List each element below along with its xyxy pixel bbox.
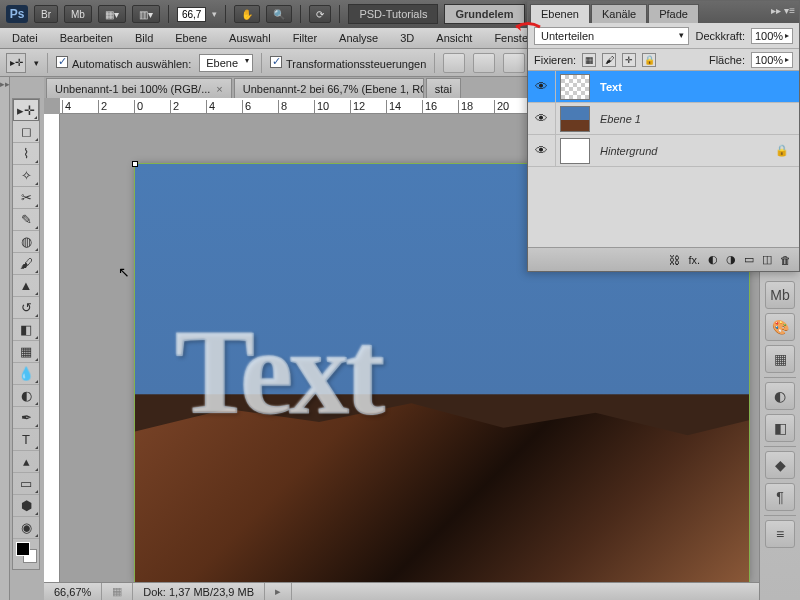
lock-position-icon[interactable]: ✛	[622, 53, 636, 67]
layer-group-icon[interactable]: ▭	[744, 253, 754, 266]
stamp-tool[interactable]: ▲	[13, 275, 39, 297]
3d-tool[interactable]: ⬢	[13, 495, 39, 517]
menu-bearbeiten[interactable]: Bearbeiten	[56, 30, 117, 46]
tab-kanaele[interactable]: Kanäle	[591, 4, 647, 23]
minibridge-icon[interactable]: Mb	[765, 281, 795, 309]
tab-pfade[interactable]: Pfade	[648, 4, 699, 23]
arrange-button[interactable]: ▥▾	[132, 5, 160, 23]
pen-tool[interactable]: ✒	[13, 407, 39, 429]
shape-tool[interactable]: ▭	[13, 473, 39, 495]
path-select-tool[interactable]: ▴	[13, 451, 39, 473]
zoom-dropdown-icon[interactable]: ▾	[212, 9, 217, 19]
menu-filter[interactable]: Filter	[289, 30, 321, 46]
delete-layer-icon[interactable]: 🗑	[780, 254, 791, 266]
move-tool-preset[interactable]: ▸✛	[6, 53, 26, 73]
layer-row-text[interactable]: 👁 Text	[528, 71, 799, 103]
new-layer-icon[interactable]: ◫	[762, 253, 772, 266]
zoom-level[interactable]: 66,7	[177, 7, 206, 22]
history-brush-tool[interactable]: ↺	[13, 297, 39, 319]
dropdown-icon[interactable]: ▾	[34, 58, 39, 68]
collapse-arrow-icon[interactable]: ▸▸	[0, 77, 9, 89]
zoom-button[interactable]: 🔍	[266, 5, 292, 23]
document-tab-1[interactable]: Unbenannt-1 bei 100% (RGB/...×	[46, 78, 232, 98]
align-bottom-button[interactable]	[503, 53, 525, 73]
layer-name[interactable]: Ebene 1	[594, 113, 641, 125]
gradient-tool[interactable]: ▦	[13, 341, 39, 363]
blur-tool[interactable]: 💧	[13, 363, 39, 385]
align-middle-button[interactable]	[473, 53, 495, 73]
panel-tabs: Ebenen Kanäle Pfade	[528, 1, 799, 23]
screenmode-button[interactable]: ▦▾	[98, 5, 126, 23]
menu-auswahl[interactable]: Auswahl	[225, 30, 275, 46]
status-doc-size[interactable]: Dok: 1,37 MB/23,9 MB	[133, 583, 265, 600]
bridge-button[interactable]: Br	[34, 5, 58, 23]
layer-thumbnail[interactable]	[560, 138, 590, 164]
layer-name[interactable]: Hintergrund	[594, 145, 657, 157]
align-top-button[interactable]	[443, 53, 465, 73]
vertical-ruler[interactable]	[44, 114, 60, 582]
marquee-tool[interactable]: ◻	[13, 121, 39, 143]
heal-tool[interactable]: ◍	[13, 231, 39, 253]
layer-thumbnail[interactable]	[560, 106, 590, 132]
swatches-icon[interactable]: ▦	[765, 345, 795, 373]
status-menu-icon[interactable]: ▸	[265, 583, 292, 600]
status-zoom[interactable]: 66,67%	[44, 583, 102, 600]
move-tool[interactable]: ▸✛	[13, 99, 39, 121]
masks-icon[interactable]: ◧	[765, 414, 795, 442]
opacity-input[interactable]: 100%▸	[751, 28, 793, 44]
blend-mode-dropdown[interactable]: Unterteilen	[534, 27, 689, 45]
crop-tool[interactable]: ✂	[13, 187, 39, 209]
menu-ebene[interactable]: Ebene	[171, 30, 211, 46]
type-tool[interactable]: T	[13, 429, 39, 451]
character-icon[interactable]: ¶	[765, 483, 795, 511]
workspace-tab-basics[interactable]: Grundelem	[444, 4, 524, 24]
wand-tool[interactable]: ✧	[13, 165, 39, 187]
workspace-tab-tutorials[interactable]: PSD-Tutorials	[348, 4, 438, 24]
status-nav-icon[interactable]: ▦	[102, 583, 133, 600]
layer-thumbnail[interactable]	[560, 74, 590, 100]
menu-bild[interactable]: Bild	[131, 30, 157, 46]
annotation-arrow-icon	[514, 18, 542, 36]
layer-fx-icon[interactable]: fx.	[688, 254, 700, 266]
adjustments-icon[interactable]: ◐	[765, 382, 795, 410]
menu-analyse[interactable]: Analyse	[335, 30, 382, 46]
minibridge-button[interactable]: Mb	[64, 5, 92, 23]
auto-select-checkbox[interactable]: Automatisch auswählen:	[56, 56, 191, 70]
adjustment-layer-icon[interactable]: ◑	[726, 253, 736, 266]
dodge-tool[interactable]: ◐	[13, 385, 39, 407]
layer-mask-icon[interactable]: ◐	[708, 253, 718, 266]
document-tab-3[interactable]: stai	[426, 78, 461, 98]
color-icon[interactable]: 🎨	[765, 313, 795, 341]
lock-all-icon[interactable]: 🔒	[642, 53, 656, 67]
fill-input[interactable]: 100%▸	[751, 52, 793, 68]
close-icon[interactable]: ×	[216, 83, 222, 95]
lock-pixels-icon[interactable]: 🖌	[602, 53, 616, 67]
transform-handle[interactable]	[132, 161, 138, 167]
eraser-tool[interactable]: ◧	[13, 319, 39, 341]
color-swatches[interactable]	[13, 539, 39, 569]
visibility-icon[interactable]: 👁	[528, 71, 556, 102]
menu-3d[interactable]: 3D	[396, 30, 418, 46]
layer-name[interactable]: Text	[594, 81, 622, 93]
visibility-icon[interactable]: 👁	[528, 103, 556, 134]
styles-icon[interactable]: ◆	[765, 451, 795, 479]
rotate-button[interactable]: ⟳	[309, 5, 331, 23]
menu-datei[interactable]: Datei	[8, 30, 42, 46]
brush-tool[interactable]: 🖌	[13, 253, 39, 275]
hand-button[interactable]: ✋	[234, 5, 260, 23]
auto-select-dropdown[interactable]: Ebene	[199, 54, 253, 72]
lasso-tool[interactable]: ⌇	[13, 143, 39, 165]
glass-text-visual: Text	[175, 304, 381, 442]
panel-menu-icon[interactable]: ▸▸ ▾≡	[771, 5, 795, 16]
link-layers-icon[interactable]: ⛓	[669, 254, 680, 266]
transform-controls-checkbox[interactable]: Transformationssteuerungen	[270, 56, 426, 70]
menu-ansicht[interactable]: Ansicht	[432, 30, 476, 46]
layer-row-hintergrund[interactable]: 👁 Hintergrund 🔒	[528, 135, 799, 167]
document-tab-2[interactable]: Unbenannt-2 bei 66,7% (Ebene 1, RGB/8) *…	[234, 78, 424, 98]
3d-camera-tool[interactable]: ◉	[13, 517, 39, 539]
lock-transparency-icon[interactable]: ▦	[582, 53, 596, 67]
layers-icon[interactable]: ≡	[765, 520, 795, 548]
visibility-icon[interactable]: 👁	[528, 135, 556, 166]
layer-row-ebene1[interactable]: 👁 Ebene 1	[528, 103, 799, 135]
eyedropper-tool[interactable]: ✎	[13, 209, 39, 231]
